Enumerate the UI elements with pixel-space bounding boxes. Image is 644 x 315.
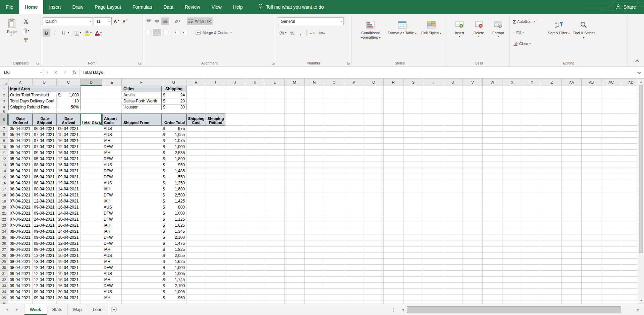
cell-P16[interactable] [344, 180, 364, 186]
cell-I15[interactable] [206, 174, 225, 180]
cell-K25[interactable] [245, 234, 265, 240]
row-header-14[interactable]: 14 [0, 168, 8, 174]
cell-AD10[interactable] [621, 144, 638, 150]
cell-U30[interactable] [443, 265, 463, 271]
cell-C11[interactable]: 16-04-2021 [57, 150, 80, 156]
cell-R35[interactable] [384, 295, 404, 301]
cell-I23[interactable] [206, 222, 225, 228]
cell-Y31[interactable] [522, 271, 542, 277]
cell-H35[interactable] [186, 295, 206, 301]
cell-AD7[interactable] [621, 126, 638, 132]
cell-AA9[interactable] [562, 138, 582, 144]
cell-M8[interactable] [285, 132, 305, 138]
cell-AA3[interactable] [562, 98, 582, 104]
cell-S32[interactable] [404, 277, 423, 283]
cell-T26[interactable] [423, 240, 443, 246]
cell-F22[interactable] [122, 216, 161, 222]
cell-L35[interactable] [265, 295, 285, 301]
cell-X20[interactable] [502, 204, 522, 210]
cell-G17[interactable]: $1,600 [161, 186, 186, 192]
column-header-T[interactable]: T [423, 79, 443, 86]
cell-AD6[interactable] [621, 114, 638, 126]
cell-T7[interactable] [423, 126, 443, 132]
cell-AA14[interactable] [562, 168, 582, 174]
cell-T9[interactable] [423, 138, 443, 144]
cell-S11[interactable] [404, 150, 423, 156]
cell-AC13[interactable] [601, 162, 621, 168]
cell-H4[interactable] [186, 104, 206, 110]
cell-F35[interactable] [122, 295, 161, 301]
cell-Z1[interactable] [542, 86, 562, 92]
cell-R8[interactable] [384, 132, 404, 138]
cell-AA13[interactable] [562, 162, 582, 168]
number-format-combo[interactable]: General ▾ [278, 17, 344, 25]
cell-Z17[interactable] [542, 186, 562, 192]
cell-P10[interactable] [344, 144, 364, 150]
format-as-table-button[interactable]: Format as Table ▾ [386, 16, 418, 60]
cell-A25[interactable]: 08-04-2021 [8, 234, 33, 240]
cell-T16[interactable] [423, 180, 443, 186]
cell-I27[interactable] [206, 246, 225, 253]
cell-T5[interactable] [423, 110, 443, 114]
cell-K36[interactable] [245, 301, 265, 304]
menu-tab-page-layout[interactable]: Page Layout [89, 0, 127, 14]
cell-K1[interactable] [245, 86, 265, 92]
cell-AC24[interactable] [601, 228, 621, 234]
cell-P1[interactable] [344, 86, 364, 92]
row-header-26[interactable]: 26 [0, 240, 8, 246]
cell-AA5[interactable] [562, 110, 582, 114]
cell-AA27[interactable] [562, 246, 582, 253]
cell-K17[interactable] [245, 186, 265, 192]
cell-T15[interactable] [423, 174, 443, 180]
cell-L4[interactable] [265, 104, 285, 110]
cell-I18[interactable] [206, 192, 225, 198]
cell-J21[interactable] [225, 210, 245, 216]
cell-AC22[interactable] [601, 216, 621, 222]
cell-U27[interactable] [443, 246, 463, 253]
cell-H24[interactable] [186, 228, 206, 234]
cell-W26[interactable] [483, 240, 502, 246]
row-header-16[interactable]: 16 [0, 180, 8, 186]
cell-A34[interactable]: 09-04-2021 [8, 289, 33, 295]
cell-A29[interactable]: 08-04-2021 [8, 259, 33, 265]
cell-M9[interactable] [285, 138, 305, 144]
decrease-decimal-button[interactable]: .00→ [317, 29, 327, 37]
cell-L14[interactable] [265, 168, 285, 174]
cell-Y32[interactable] [522, 277, 542, 283]
cell-N8[interactable] [305, 132, 324, 138]
cell-X23[interactable] [502, 222, 522, 228]
cell-G9[interactable]: $1,075 [161, 138, 186, 144]
cell-V28[interactable] [463, 253, 483, 259]
cell-E26[interactable]: DFW [102, 240, 122, 246]
cell-I30[interactable] [206, 265, 225, 271]
cell-D12[interactable] [80, 156, 102, 162]
cell-L24[interactable] [265, 228, 285, 234]
cell-J10[interactable] [225, 144, 245, 150]
cell-E5[interactable] [102, 110, 122, 114]
cell-W7[interactable] [483, 126, 502, 132]
cell-A6[interactable]: Date Ordered [8, 114, 33, 126]
cell-X30[interactable] [502, 265, 522, 271]
font-dialog-launcher[interactable] [138, 61, 142, 65]
cell-AB16[interactable] [582, 180, 601, 186]
cell-J5[interactable] [225, 110, 245, 114]
cell-S28[interactable] [404, 253, 423, 259]
cell-N3[interactable] [305, 98, 324, 104]
cell-F14[interactable] [122, 168, 161, 174]
cell-L17[interactable] [265, 186, 285, 192]
cell-E12[interactable]: DFW [102, 156, 122, 162]
cell-Y19[interactable] [522, 198, 542, 204]
cell-X1[interactable] [502, 86, 522, 92]
cell-D32[interactable] [80, 277, 102, 283]
cell-R23[interactable] [384, 222, 404, 228]
cell-V19[interactable] [463, 198, 483, 204]
cell-W35[interactable] [483, 295, 502, 301]
cell-L13[interactable] [265, 162, 285, 168]
cell-X13[interactable] [502, 162, 522, 168]
cell-U19[interactable] [443, 198, 463, 204]
cell-X2[interactable] [502, 92, 522, 98]
underline-button[interactable]: U [59, 29, 67, 37]
cell-H3[interactable] [186, 98, 206, 104]
row-header-27[interactable]: 27 [0, 246, 8, 253]
cell-K33[interactable] [245, 283, 265, 289]
